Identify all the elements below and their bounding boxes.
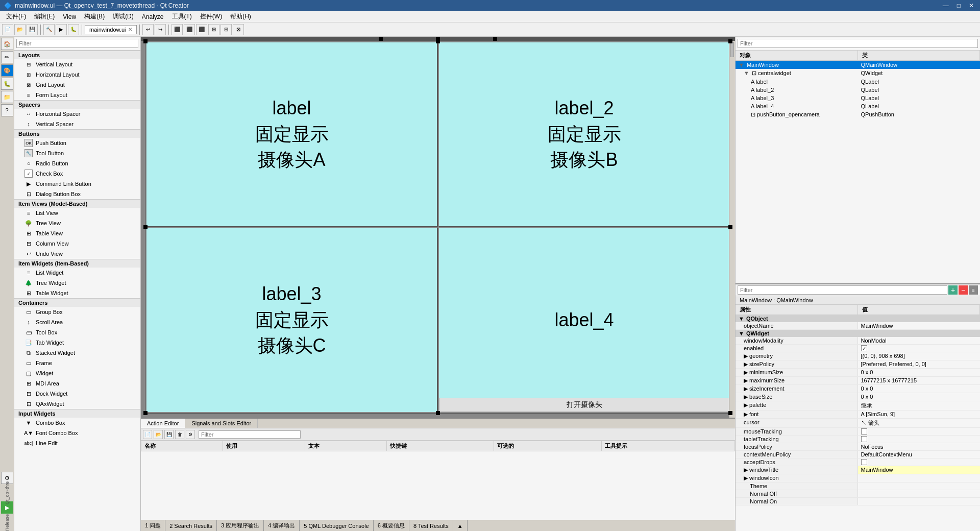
widget-frame[interactable]: ▭ Frame (14, 358, 140, 368)
form-button[interactable]: ⊠ (233, 24, 244, 35)
menubar-item-h[interactable]: 帮助(H) (226, 11, 255, 22)
widget-vertical-spacer[interactable]: ↕ Vertical Spacer (14, 119, 140, 129)
expand-mainwindow[interactable]: ▼ (739, 62, 744, 68)
prop-normal-on[interactable]: Normal On (736, 498, 980, 505)
status-test-results[interactable]: 8 Test Results (409, 520, 453, 531)
widget-undo-view[interactable]: ↩ Undo View (14, 249, 140, 259)
prop-acceptdrops[interactable]: acceptDrops (736, 458, 980, 466)
widget-column-view[interactable]: ⊟ Column View (14, 238, 140, 249)
menubar-item-b[interactable]: 构建(B) (80, 11, 109, 22)
tab-action-editor[interactable]: Action Editor (141, 419, 185, 428)
handle-tl[interactable] (143, 39, 148, 43)
widget-list-widget[interactable]: ≡ List Widget (14, 268, 140, 278)
widget-scroll-area[interactable]: ↕ Scroll Area (14, 317, 140, 327)
build-button[interactable]: 🔨 (43, 24, 55, 35)
mode-design[interactable]: 🎨 (1, 64, 13, 77)
obj-row-label3[interactable]: A label_3 QLabel (736, 94, 980, 102)
enabled-checkbox[interactable] (861, 345, 867, 351)
open-camera-button[interactable]: 打开摄像头 (439, 398, 729, 412)
prop-font[interactable]: ▶ font A [SimSun, 9] (736, 411, 980, 419)
widget-stacked-widget[interactable]: ⧉ Stacked Widget (14, 348, 140, 358)
prop-sizepolicy[interactable]: ▶ sizePolicy [Preferred, Preferred, 0, 0… (736, 360, 980, 369)
widget-radio-button[interactable]: ○ Radio Button (14, 158, 140, 168)
mode-help[interactable]: ? (1, 104, 13, 116)
save-file-button[interactable]: 💾 (27, 24, 38, 35)
canvas-scrollbar-v[interactable] (729, 41, 735, 418)
active-file-tab[interactable]: mainwindow.ui ✕ (85, 25, 137, 34)
widget-font-combo-box[interactable]: A▼ Font Combo Box (14, 428, 140, 438)
widget-tree-widget[interactable]: 🌲 Tree Widget (14, 278, 140, 288)
widget-check-box[interactable]: ✓ Check Box (14, 168, 140, 179)
section-qwidget[interactable]: ▼ QWidget (736, 330, 980, 337)
widget-combo-box[interactable]: ▼ Combo Box (14, 418, 140, 428)
obj-row-centralwidget[interactable]: ▼ ⊡ centralwidget QWidget (736, 69, 980, 78)
widget-group-box[interactable]: ▭ Group Box (14, 307, 140, 317)
prop-theme[interactable]: Theme (736, 482, 980, 490)
status-problems[interactable]: 1 问题 (141, 520, 165, 531)
handle-top-left[interactable] (379, 37, 383, 41)
maxsize-expand[interactable]: ▶ (744, 377, 749, 383)
prop-sizeincrement[interactable]: ▶ sizeIncrement 0 x 0 (736, 385, 980, 393)
prop-palette[interactable]: ▶ palette 继承 (736, 401, 980, 411)
mode-edit[interactable]: ✏ (1, 51, 13, 63)
menubar-item-f[interactable]: 文件(F) (2, 11, 30, 22)
action-filter-input[interactable] (199, 430, 301, 439)
obj-row-label[interactable]: A label QLabel (736, 78, 980, 86)
align-left-button[interactable]: ⬛ (172, 24, 183, 35)
menubar-item-t[interactable]: 工具(T) (168, 11, 196, 22)
handle-tr[interactable] (728, 39, 732, 43)
mousetracking-checkbox[interactable] (861, 428, 867, 435)
geometry-expand[interactable]: ▶ (744, 353, 749, 359)
prop-cursor[interactable]: cursor ↖ 箭头 (736, 419, 980, 428)
windowicon-expand[interactable]: ▶ (744, 475, 749, 481)
prop-maximumsize[interactable]: ▶ maximumSize 16777215 x 16777215 (736, 377, 980, 385)
widget-widget[interactable]: ▢ Widget (14, 368, 140, 378)
font-expand[interactable]: ▶ (744, 411, 749, 417)
prop-basesize[interactable]: ▶ baseSize 0 x 0 (736, 393, 980, 401)
grid-button[interactable]: ⊞ (208, 24, 219, 35)
widget-horizontal-layout[interactable]: ⊞ Horizontal Layout (14, 69, 140, 80)
handle-bc[interactable] (436, 411, 440, 415)
widget-tab-widget[interactable]: 📑 Tab Widget (14, 337, 140, 348)
handle-mr[interactable] (728, 225, 732, 229)
prop-collapse-button[interactable]: ≡ (969, 285, 978, 295)
status-general-info[interactable]: 6 概要信息 (374, 520, 409, 531)
menubar-item-e[interactable]: 编辑(E) (30, 11, 59, 22)
prop-enabled[interactable]: enabled (736, 345, 980, 352)
widget-tool-button[interactable]: 🔧 Tool Button (14, 148, 140, 158)
run-button[interactable]: ▶ (56, 24, 67, 35)
mode-debug[interactable]: 🐛 (1, 78, 13, 90)
prop-contextmenupolicy[interactable]: contextMenuPolicy DefaultContextMenu (736, 451, 980, 458)
prop-objectname[interactable]: objectName MainWindow (736, 322, 980, 330)
action-open-button[interactable]: 📂 (154, 430, 163, 439)
widget-list-view[interactable]: ≡ List View (14, 208, 140, 218)
obj-row-mainwindow[interactable]: ▼ MainWindow QMainWindow (736, 61, 980, 69)
obj-row-pushbutton[interactable]: ⊡ pushButton_opencamera QPushButton (736, 110, 980, 119)
obj-row-label4[interactable]: A label_4 QLabel (736, 102, 980, 110)
handle-ml[interactable] (143, 225, 148, 229)
menubar-item-d[interactable]: 调试(D) (109, 11, 138, 22)
widget-dialog-button-box[interactable]: ⊡ Dialog Button Box (14, 189, 140, 199)
new-file-button[interactable]: 📄 (2, 24, 13, 35)
widget-grid-layout[interactable]: ⊠ Grid Layout (14, 80, 140, 90)
canvas-label4[interactable]: label_4 打开摄像头 (438, 227, 730, 413)
close-button[interactable]: ✕ (967, 2, 976, 9)
status-qml-debugger[interactable]: 5 QML Debugger Console (300, 520, 373, 531)
handle-bl[interactable] (143, 411, 148, 415)
tab-signals-slots[interactable]: Signals and Slots Editor (185, 419, 258, 428)
prop-windowmodality[interactable]: windowModality NonModal (736, 337, 980, 345)
widget-command-link-button[interactable]: ▶ Command Link Button (14, 179, 140, 189)
action-config-button[interactable]: ⚙ (186, 430, 195, 439)
widget-tree-view[interactable]: 🌳 Tree View (14, 218, 140, 228)
prop-filter-input[interactable] (738, 285, 947, 295)
prop-windowtitle[interactable]: ▶ windowTitle MainWindow (736, 466, 980, 474)
menubar-item-w[interactable]: 控件(W) (196, 11, 226, 22)
canvas-label3[interactable]: label_3固定显示摄像头C (145, 227, 438, 413)
expand-centralwidget[interactable]: ▼ (744, 70, 749, 76)
widget-mdi-area[interactable]: ⊞ MDI Area (14, 378, 140, 389)
widget-horizontal-spacer[interactable]: ↔ Horizontal Spacer (14, 109, 140, 119)
sizeincrement-expand[interactable]: ▶ (744, 385, 749, 392)
undo-button[interactable]: ↩ (142, 24, 154, 35)
widget-dock-widget[interactable]: ⊟ Dock Widget (14, 389, 140, 399)
close-tab-icon[interactable]: ✕ (128, 27, 132, 32)
